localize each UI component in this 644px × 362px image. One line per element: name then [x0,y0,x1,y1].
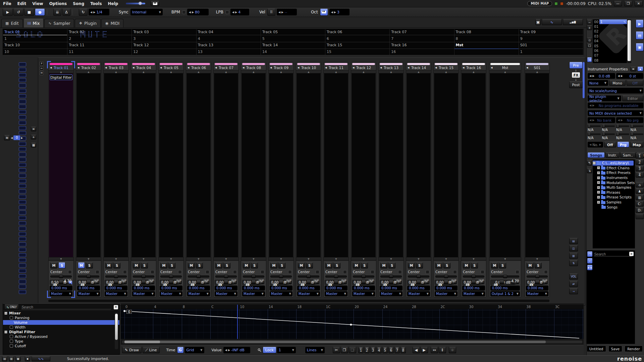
menu-edit[interactable]: Edit [14,1,30,6]
paste-button[interactable]: ❑ [349,347,356,353]
sequence-icon[interactable]: ≋ [4,135,10,140]
surround-checkbox[interactable] [371,270,374,274]
fader-handle[interactable] [416,280,421,284]
surround-checkbox[interactable] [426,270,429,274]
pattern-digit-button-1[interactable]: 1 [358,347,364,353]
instrument-name[interactable] [599,53,627,58]
fold-up-handle[interactable]: ▲ [269,70,293,73]
mute-button[interactable]: M [380,262,387,268]
macro-prg-tab[interactable]: Prg [617,142,629,147]
macro-slider-handle[interactable] [588,125,591,128]
quantize-dropdown[interactable]: None▼ [588,80,608,86]
matrix-slot[interactable] [19,94,26,98]
tab-edit[interactable]: ▦Edit [1,19,23,27]
disk-tab-songs[interactable]: Songs [587,152,605,158]
matrix-slot[interactable] [19,110,26,114]
fold-up-handle[interactable]: ▲ [131,70,156,73]
device-chain-area[interactable] [269,73,293,257]
fader-handle[interactable] [169,280,173,284]
surround-checkbox[interactable] [343,270,347,274]
fold-down-handle[interactable]: ▼ [241,257,266,260]
parameter-search-input[interactable] [21,305,111,309]
solo-button[interactable]: S [86,262,93,268]
fader-handle[interactable] [499,280,504,284]
pan-knob[interactable] [224,275,228,278]
instrument-row[interactable]: 08 [593,58,627,63]
output-routing-dropdown[interactable]: Master▼ [435,291,458,296]
fader-handle[interactable] [389,280,393,284]
fader-handle[interactable] [224,280,228,284]
expand-icon[interactable]: + [597,171,600,174]
zoom-count-dropdown[interactable]: 1▼ [277,347,296,353]
instrument-name[interactable] [599,44,627,48]
dec-arrow-icon[interactable]: ◀ [225,349,227,352]
track-name-button[interactable]: ◀Track 11 [324,65,348,70]
collapse-arrow-icon[interactable]: ◀ [270,66,272,69]
solo-button[interactable]: S [535,262,542,268]
line-tool-button[interactable]: ⟋Line [143,347,160,353]
scope-cell[interactable]: Track 1616 [390,42,454,55]
instrument-row[interactable]: 01 [593,24,627,29]
macro-slider-handle[interactable] [616,133,619,136]
block-loop-button[interactable]: ↻ [79,9,88,16]
pan-slider[interactable] [463,275,484,279]
matrix-slot[interactable] [19,274,26,278]
pre-button[interactable]: Pre [569,62,583,69]
song-name-button[interactable]: Untitled [587,346,606,352]
instrument-side-button-1[interactable]: ▶ [636,20,644,28]
mixer-side-button-3[interactable]: ▥ [569,253,578,259]
tab-plugin[interactable]: ❖Plugin [75,19,101,27]
fold-up-handle[interactable]: ▲ [461,70,486,73]
collapse-arrow-icon[interactable]: ◀ [463,66,464,69]
disk-folder-row[interactable]: +Modulation Sets [593,180,635,185]
solo-button[interactable]: S [499,262,506,268]
disk-root-row[interactable]: −C:\...es\Library\ [593,161,634,166]
pan-knob[interactable] [87,275,91,278]
macro-slider-track[interactable] [602,133,615,135]
collapse-arrow-icon[interactable]: ◀ [215,66,217,69]
mute-button[interactable]: M [105,262,112,268]
collapse-arrow-icon[interactable]: ◀ [187,66,189,69]
automation-checkbox[interactable] [10,325,13,329]
parameter-row[interactable]: Volume [3,320,119,325]
collapse-arrow-icon[interactable]: ◀ [132,66,134,69]
pattern-digit-button-4[interactable]: 4 [376,347,382,353]
solo-button[interactable]: S [306,262,313,268]
track-name-button[interactable]: ◀Track 02 [76,65,101,70]
disk-preset-button-4[interactable]: 4 [636,172,644,178]
output-routing-dropdown[interactable]: Master▼ [526,291,548,296]
disk-preset-button-1[interactable]: 1 [636,153,644,159]
scope-cell[interactable]: Track 044 [197,29,261,42]
track-name-button[interactable]: ◀Track 10 [296,65,321,70]
dec-arrow-icon[interactable]: ◀ [90,11,92,14]
fold-up-handle[interactable]: ▲ [406,70,431,73]
fold-up-handle[interactable]: ▲ [49,70,73,73]
collapse-arrow-icon[interactable]: ◀ [526,66,528,69]
device-chain-area[interactable] [159,73,183,257]
device-chain-area[interactable] [525,73,549,257]
device-chain-area[interactable] [76,73,101,257]
instrument-name[interactable]: 1∿ [599,19,627,24]
fader-handle[interactable] [535,280,540,284]
track-name-button[interactable]: ◀S01 [525,65,549,70]
collapse-arrow-icon[interactable]: ◀ [243,66,244,69]
plugin-program-stepper[interactable]: ◀▶No programs available [588,103,643,108]
output-routing-dropdown[interactable]: Master▼ [407,291,430,296]
midi-program-stepper[interactable]: ◀▶No prg [616,117,644,123]
fold-down-handle[interactable]: ▼ [351,257,376,260]
instrument-list-scrollbar[interactable] [627,19,631,63]
post-button[interactable]: Post [569,81,583,88]
tab-midi[interactable]: ◉MIDI [101,19,123,27]
mixer-side-button-1[interactable]: ▤ [569,238,578,244]
fold-down-handle[interactable]: ▼ [104,257,128,260]
device-chain-area[interactable] [241,73,266,257]
matrix-slot[interactable] [19,210,26,215]
menu-help[interactable]: Help [105,1,121,6]
pan-slider[interactable] [527,275,548,279]
loop-button[interactable]: ↺ [13,9,23,16]
expand-icon[interactable]: + [597,196,600,199]
surround-checkbox[interactable] [68,270,72,274]
fold-up-handle[interactable]: ▲ [296,70,321,73]
scope-mini-icon[interactable]: ▪ [25,356,30,361]
fold-down-handle[interactable]: ▼ [406,257,431,260]
